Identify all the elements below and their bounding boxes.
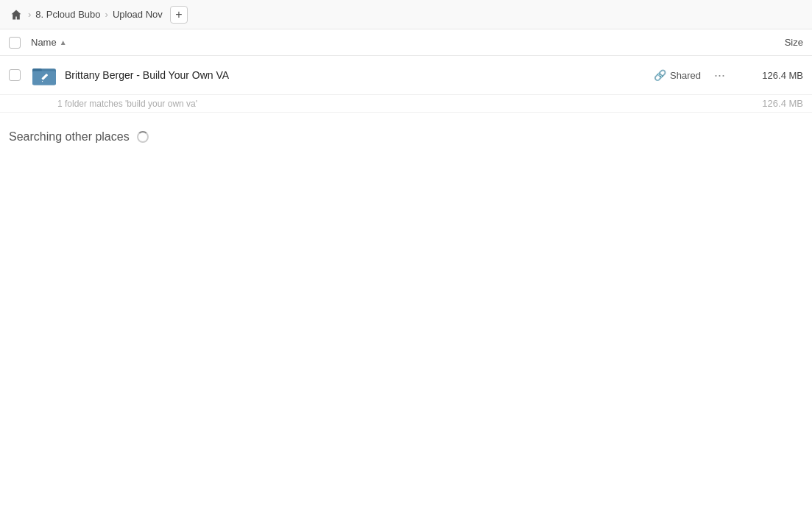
match-text: 1 folder matches 'build your own va'	[57, 99, 730, 109]
file-size: 126.4 MB	[730, 70, 803, 81]
file-actions: 🔗 Shared ···	[654, 66, 730, 85]
size-column-header: Size	[715, 37, 803, 48]
home-button[interactable]	[9, 7, 24, 22]
breadcrumb: › 8. Pcloud Bubo › Upload Nov +	[9, 6, 188, 24]
add-tab-button[interactable]: +	[170, 6, 188, 24]
breadcrumb-separator-2: ›	[105, 9, 108, 20]
match-info-row: 1 folder matches 'build your own va' 126…	[0, 95, 812, 113]
breadcrumb-separator-1: ›	[28, 9, 31, 20]
match-size: 126.4 MB	[730, 98, 803, 109]
loading-spinner	[137, 131, 149, 143]
name-column-label: Name	[31, 37, 57, 48]
header-checkbox-col	[9, 37, 31, 49]
folder-icon	[32, 63, 56, 87]
file-row[interactable]: Brittany Berger - Build Your Own VA 🔗 Sh…	[0, 56, 812, 95]
column-header: Name ▲ Size	[0, 29, 812, 56]
name-column-header[interactable]: Name ▲	[31, 37, 715, 48]
select-all-checkbox[interactable]	[9, 37, 21, 49]
file-icon-wrap	[31, 62, 57, 88]
home-icon	[10, 9, 22, 21]
link-icon: 🔗	[654, 69, 666, 81]
shared-badge: 🔗 Shared	[654, 69, 701, 81]
shared-label: Shared	[670, 70, 701, 81]
searching-label: Searching other places	[9, 130, 130, 144]
file-row-checkbox[interactable]	[9, 69, 21, 81]
searching-section: Searching other places	[0, 113, 812, 161]
breadcrumb-item-1[interactable]: 8. Pcloud Bubo	[35, 9, 100, 20]
file-name: Brittany Berger - Build Your Own VA	[65, 69, 654, 81]
top-bar: › 8. Pcloud Bubo › Upload Nov +	[0, 0, 812, 29]
sort-icon: ▲	[60, 38, 67, 46]
breadcrumb-item-2[interactable]: Upload Nov	[113, 9, 163, 20]
file-checkbox-col	[9, 69, 31, 81]
more-options-button[interactable]: ···	[710, 66, 730, 85]
